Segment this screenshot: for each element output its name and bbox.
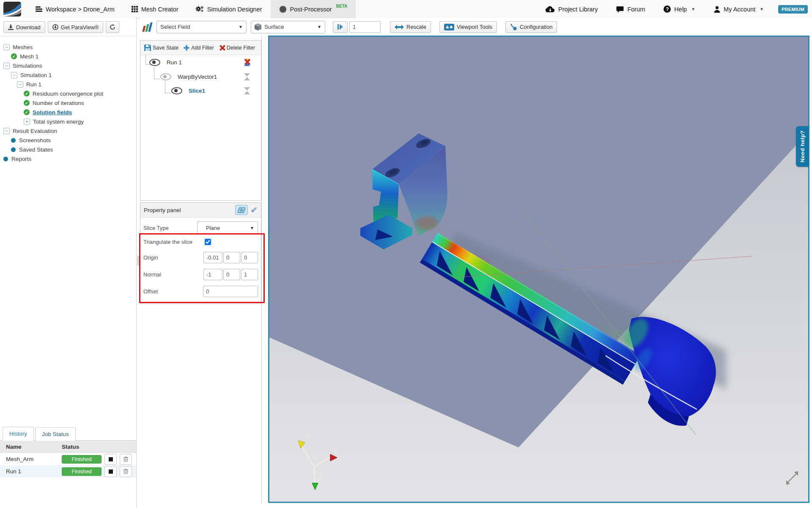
tree-item-label: Residuum convergence plot (33, 91, 103, 97)
toggle-visibility-button[interactable] (235, 205, 248, 215)
origin-x-input[interactable] (203, 252, 222, 263)
viewport-tools-button[interactable]: Viewport Tools (439, 21, 497, 33)
simscale-logo[interactable] (3, 2, 21, 17)
nav-help[interactable]: ? Help ▼ (655, 0, 704, 18)
hourglass-icon[interactable] (244, 73, 250, 80)
project-tree: −Meshes ✓Mesh 1 −Simulations −Simulation… (0, 36, 136, 163)
navbar-right-group: Project Library Forum ? Help ▼ My Accoun… (537, 0, 808, 18)
normal-z-input[interactable] (241, 269, 258, 280)
slice-type-row: Slice Type Plane ▼ (143, 221, 258, 234)
nav-project-library[interactable]: Project Library (537, 0, 606, 18)
add-filter-button[interactable]: Add Filter (184, 45, 214, 51)
origin-y-input[interactable] (223, 252, 240, 263)
filter-item-label: WarpByVector1 (178, 74, 217, 80)
stop-job-button[interactable] (104, 466, 117, 477)
filter-item-run-1[interactable]: Run 1 (149, 59, 255, 66)
color-bars-icon (142, 22, 152, 32)
tree-item-screenshots[interactable]: Screenshots (0, 135, 136, 145)
expand-icon[interactable]: + (24, 119, 30, 125)
viewport-tools-button-label: Viewport Tools (457, 24, 492, 30)
offset-label: Offset (143, 288, 203, 295)
tree-item-residuum-plot[interactable]: ✓Residuum convergence plot (0, 89, 136, 98)
cloud-download-icon (546, 6, 555, 13)
tree-item-number-iterations[interactable]: ✓Number of iterations (0, 98, 136, 108)
hourglass-icon[interactable] (244, 87, 250, 94)
delete-job-button[interactable] (120, 466, 132, 477)
grid-icon (132, 6, 138, 12)
frame-number-input[interactable] (349, 21, 381, 33)
normal-row: Normal (143, 269, 258, 280)
nav-forum[interactable]: Forum (608, 0, 653, 18)
play-button[interactable] (333, 21, 348, 33)
offset-input[interactable] (203, 286, 258, 297)
tree-item-run-1[interactable]: −Run 1 (0, 80, 136, 89)
hourglass-x-icon[interactable] (244, 59, 250, 66)
tree-item-label: Mesh 1 (20, 53, 38, 60)
eye-icon[interactable] (149, 59, 160, 66)
add-filter-label: Add Filter (191, 45, 214, 51)
configuration-button[interactable]: Configuration (505, 21, 557, 33)
slice-type-value: Plane (201, 225, 220, 231)
origin-z-input[interactable] (241, 252, 258, 263)
rescale-button[interactable]: Rescale (390, 21, 431, 33)
chevron-down-icon: ▼ (250, 226, 254, 230)
tree-item-simulations[interactable]: −Simulations (0, 61, 136, 70)
panel-resize-handle[interactable] (136, 253, 140, 268)
representation-dropdown[interactable]: Surface ▼ (251, 21, 325, 33)
nav-my-account-label: My Account (724, 6, 755, 13)
stop-job-button[interactable] (104, 454, 117, 465)
tree-item-label: Number of iterations (33, 100, 84, 106)
select-field-dropdown[interactable]: Select Field ▼ (156, 21, 247, 33)
render-viewport[interactable]: Y X Z (268, 36, 809, 503)
eye-icon-faded[interactable] (160, 73, 171, 80)
download-button[interactable]: Download (3, 21, 45, 33)
collapse-icon[interactable]: − (17, 81, 23, 88)
nav-help-label: Help (674, 6, 687, 13)
collapse-icon[interactable]: − (3, 128, 10, 134)
job-row-run-1: Run 1 Finished (0, 465, 136, 478)
normal-y-input[interactable] (223, 269, 240, 280)
nav-post-processor[interactable]: Post-Processor BETA (271, 0, 356, 18)
need-help-tab[interactable]: Need help? (796, 126, 809, 167)
tab-history[interactable]: History (3, 427, 34, 441)
filter-item-slice1[interactable]: Slice1 (171, 87, 255, 94)
premium-badge: PREMIUM (778, 5, 808, 14)
nav-mesh-creator[interactable]: Mesh Creator (123, 0, 187, 18)
delete-job-button[interactable] (120, 454, 132, 465)
tree-item-mesh-1[interactable]: ✓Mesh 1 (0, 52, 136, 61)
property-panel-title: Property panel (144, 207, 235, 213)
tree-item-solution-fields[interactable]: ✓Solution fields (0, 108, 136, 117)
tree-item-meshes[interactable]: −Meshes (0, 42, 136, 52)
tree-item-result-evaluation[interactable]: −Result Evaluation (0, 126, 136, 135)
nav-my-account[interactable]: My Account ▼ (705, 0, 772, 18)
configuration-button-label: Configuration (520, 24, 552, 30)
apply-check-icon[interactable]: ✔ (250, 205, 258, 215)
normal-x-input[interactable] (203, 269, 222, 280)
collapse-icon[interactable]: − (3, 63, 10, 69)
collapse-icon[interactable]: − (11, 72, 17, 78)
save-state-button[interactable]: Save State (144, 44, 178, 51)
tree-item-label: Result Evaluation (13, 128, 57, 134)
triangulate-checkbox[interactable] (205, 239, 211, 245)
post-processor-toolbar: Select Field ▼ Surface ▼ (140, 18, 812, 36)
tree-item-reports[interactable]: Reports (0, 154, 136, 163)
chevron-down-icon: ▼ (760, 7, 764, 11)
tab-job-status[interactable]: Job Status (35, 427, 76, 441)
tree-item-saved-states[interactable]: Saved States (0, 145, 136, 154)
y-axis-label: Y (305, 433, 310, 442)
delete-filter-button[interactable]: Delete Filter (219, 45, 255, 51)
nav-workspace[interactable]: Workspace > Drone_Arm (27, 0, 123, 18)
refresh-button[interactable] (106, 21, 119, 33)
slice-type-dropdown[interactable]: Plane ▼ (197, 221, 258, 234)
tree-item-simulation-1[interactable]: −Simulation 1 (0, 70, 136, 80)
check-circle-icon: ✓ (24, 100, 30, 106)
eye-icon[interactable] (171, 87, 182, 94)
stop-square-icon (109, 469, 113, 474)
tree-item-total-system-energy[interactable]: +Total system energy (0, 117, 136, 126)
nav-simulation-designer[interactable]: Simulation Designer (187, 0, 271, 18)
question-circle-icon: ? (664, 6, 671, 13)
filter-item-warpbyvector1[interactable]: WarpByVector1 (160, 73, 255, 80)
collapse-icon[interactable]: − (3, 44, 10, 50)
stop-square-icon (109, 457, 113, 461)
get-paraview-button[interactable]: Get ParaView® (48, 21, 104, 33)
